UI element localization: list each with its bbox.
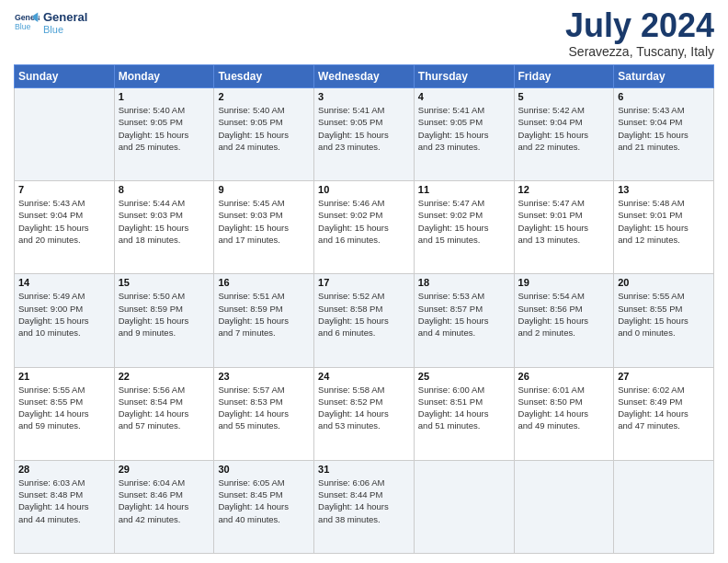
calendar-header-row: SundayMondayTuesdayWednesdayThursdayFrid… <box>15 65 714 88</box>
calendar-cell: 7Sunrise: 5:43 AM Sunset: 9:04 PM Daylig… <box>15 181 115 274</box>
day-number: 6 <box>618 91 710 102</box>
logo: General Blue General Blue <box>14 9 87 35</box>
day-number: 27 <box>618 371 710 382</box>
day-number: 14 <box>18 277 110 288</box>
calendar-cell: 29Sunrise: 6:04 AM Sunset: 8:46 PM Dayli… <box>114 460 214 553</box>
day-number: 22 <box>119 371 210 382</box>
calendar-cell: 8Sunrise: 5:44 AM Sunset: 9:03 PM Daylig… <box>114 181 214 274</box>
calendar-cell: 15Sunrise: 5:50 AM Sunset: 8:59 PM Dayli… <box>114 274 214 367</box>
day-number: 24 <box>318 371 410 382</box>
day-info: Sunrise: 5:47 AM Sunset: 9:02 PM Dayligh… <box>418 197 510 246</box>
day-info: Sunrise: 6:00 AM Sunset: 8:51 PM Dayligh… <box>418 384 510 432</box>
day-number: 21 <box>18 371 110 382</box>
calendar-cell: 6Sunrise: 5:43 AM Sunset: 9:04 PM Daylig… <box>614 88 714 181</box>
weekday-header-monday: Monday <box>114 65 214 88</box>
day-info: Sunrise: 5:46 AM Sunset: 9:02 PM Dayligh… <box>318 197 410 246</box>
day-info: Sunrise: 6:04 AM Sunset: 8:46 PM Dayligh… <box>119 477 210 525</box>
day-info: Sunrise: 5:41 AM Sunset: 9:05 PM Dayligh… <box>318 104 410 153</box>
day-info: Sunrise: 5:43 AM Sunset: 9:04 PM Dayligh… <box>18 197 110 246</box>
day-number: 30 <box>218 464 310 475</box>
day-number: 9 <box>218 184 310 195</box>
calendar-cell: 16Sunrise: 5:51 AM Sunset: 8:59 PM Dayli… <box>214 274 314 367</box>
day-number: 20 <box>618 277 710 288</box>
day-info: Sunrise: 5:42 AM Sunset: 9:04 PM Dayligh… <box>518 104 610 153</box>
calendar-cell: 4Sunrise: 5:41 AM Sunset: 9:05 PM Daylig… <box>414 88 514 181</box>
calendar-cell: 26Sunrise: 6:01 AM Sunset: 8:50 PM Dayli… <box>514 367 614 460</box>
calendar-cell: 28Sunrise: 6:03 AM Sunset: 8:48 PM Dayli… <box>15 460 115 553</box>
calendar-cell: 22Sunrise: 5:56 AM Sunset: 8:54 PM Dayli… <box>114 367 214 460</box>
calendar-cell <box>414 460 514 553</box>
day-info: Sunrise: 5:56 AM Sunset: 8:54 PM Dayligh… <box>119 384 210 432</box>
calendar-cell <box>514 460 614 553</box>
day-number: 8 <box>119 184 210 195</box>
calendar-cell: 13Sunrise: 5:48 AM Sunset: 9:01 PM Dayli… <box>614 181 714 274</box>
day-info: Sunrise: 5:51 AM Sunset: 8:59 PM Dayligh… <box>218 290 310 339</box>
day-number: 16 <box>218 277 310 288</box>
svg-text:Blue: Blue <box>15 22 31 31</box>
calendar-table: SundayMondayTuesdayWednesdayThursdayFrid… <box>14 64 714 554</box>
day-info: Sunrise: 6:03 AM Sunset: 8:48 PM Dayligh… <box>18 477 110 525</box>
calendar-cell: 14Sunrise: 5:49 AM Sunset: 9:00 PM Dayli… <box>15 274 115 367</box>
weekday-header-thursday: Thursday <box>414 65 514 88</box>
calendar-cell: 19Sunrise: 5:54 AM Sunset: 8:56 PM Dayli… <box>514 274 614 367</box>
calendar-cell: 31Sunrise: 6:06 AM Sunset: 8:44 PM Dayli… <box>314 460 415 553</box>
day-info: Sunrise: 5:40 AM Sunset: 9:05 PM Dayligh… <box>218 104 310 153</box>
day-number: 17 <box>318 277 410 288</box>
main-title: July 2024 <box>565 9 714 42</box>
calendar-week-row: 14Sunrise: 5:49 AM Sunset: 9:00 PM Dayli… <box>15 274 714 367</box>
day-number: 12 <box>518 184 610 195</box>
day-number: 7 <box>18 184 110 195</box>
day-info: Sunrise: 5:44 AM Sunset: 9:03 PM Dayligh… <box>119 197 210 246</box>
day-number: 1 <box>119 91 210 102</box>
day-number: 11 <box>418 184 510 195</box>
calendar-week-row: 28Sunrise: 6:03 AM Sunset: 8:48 PM Dayli… <box>15 460 714 553</box>
day-info: Sunrise: 6:01 AM Sunset: 8:50 PM Dayligh… <box>518 384 610 432</box>
day-number: 31 <box>318 464 410 475</box>
day-number: 15 <box>119 277 210 288</box>
page: General Blue General Blue July 2024 Sera… <box>0 0 728 563</box>
logo-blue: Blue <box>43 24 87 35</box>
day-info: Sunrise: 5:49 AM Sunset: 9:00 PM Dayligh… <box>18 290 110 339</box>
calendar-cell: 25Sunrise: 6:00 AM Sunset: 8:51 PM Dayli… <box>414 367 514 460</box>
day-info: Sunrise: 5:47 AM Sunset: 9:01 PM Dayligh… <box>518 197 610 246</box>
title-block: July 2024 Seravezza, Tuscany, Italy <box>565 9 714 59</box>
day-info: Sunrise: 5:43 AM Sunset: 9:04 PM Dayligh… <box>618 104 710 153</box>
day-info: Sunrise: 5:55 AM Sunset: 8:55 PM Dayligh… <box>18 384 110 432</box>
day-info: Sunrise: 5:55 AM Sunset: 8:55 PM Dayligh… <box>618 290 710 339</box>
day-info: Sunrise: 5:50 AM Sunset: 8:59 PM Dayligh… <box>119 290 210 339</box>
calendar-cell: 3Sunrise: 5:41 AM Sunset: 9:05 PM Daylig… <box>314 88 415 181</box>
calendar-week-row: 21Sunrise: 5:55 AM Sunset: 8:55 PM Dayli… <box>15 367 714 460</box>
calendar-week-row: 7Sunrise: 5:43 AM Sunset: 9:04 PM Daylig… <box>15 181 714 274</box>
weekday-header-friday: Friday <box>514 65 614 88</box>
day-info: Sunrise: 6:02 AM Sunset: 8:49 PM Dayligh… <box>618 384 710 432</box>
day-info: Sunrise: 5:48 AM Sunset: 9:01 PM Dayligh… <box>618 197 710 246</box>
calendar-cell: 18Sunrise: 5:53 AM Sunset: 8:57 PM Dayli… <box>414 274 514 367</box>
weekday-header-sunday: Sunday <box>15 65 115 88</box>
day-info: Sunrise: 6:06 AM Sunset: 8:44 PM Dayligh… <box>318 477 410 525</box>
calendar-cell: 24Sunrise: 5:58 AM Sunset: 8:52 PM Dayli… <box>314 367 415 460</box>
weekday-header-wednesday: Wednesday <box>314 65 415 88</box>
calendar-cell: 1Sunrise: 5:40 AM Sunset: 9:05 PM Daylig… <box>114 88 214 181</box>
calendar-cell: 21Sunrise: 5:55 AM Sunset: 8:55 PM Dayli… <box>15 367 115 460</box>
day-info: Sunrise: 5:58 AM Sunset: 8:52 PM Dayligh… <box>318 384 410 432</box>
calendar-cell <box>15 88 115 181</box>
day-number: 25 <box>418 371 510 382</box>
calendar-cell: 27Sunrise: 6:02 AM Sunset: 8:49 PM Dayli… <box>614 367 714 460</box>
day-info: Sunrise: 6:05 AM Sunset: 8:45 PM Dayligh… <box>218 477 310 525</box>
day-info: Sunrise: 5:41 AM Sunset: 9:05 PM Dayligh… <box>418 104 510 153</box>
calendar-cell: 2Sunrise: 5:40 AM Sunset: 9:05 PM Daylig… <box>214 88 314 181</box>
day-number: 4 <box>418 91 510 102</box>
day-info: Sunrise: 5:52 AM Sunset: 8:58 PM Dayligh… <box>318 290 410 339</box>
day-info: Sunrise: 5:54 AM Sunset: 8:56 PM Dayligh… <box>518 290 610 339</box>
day-number: 5 <box>518 91 610 102</box>
calendar-cell: 11Sunrise: 5:47 AM Sunset: 9:02 PM Dayli… <box>414 181 514 274</box>
calendar-cell <box>614 460 714 553</box>
day-number: 18 <box>418 277 510 288</box>
calendar-cell: 17Sunrise: 5:52 AM Sunset: 8:58 PM Dayli… <box>314 274 415 367</box>
calendar-cell: 23Sunrise: 5:57 AM Sunset: 8:53 PM Dayli… <box>214 367 314 460</box>
subtitle: Seravezza, Tuscany, Italy <box>565 44 714 59</box>
day-info: Sunrise: 5:57 AM Sunset: 8:53 PM Dayligh… <box>218 384 310 432</box>
day-number: 23 <box>218 371 310 382</box>
day-number: 10 <box>318 184 410 195</box>
day-number: 26 <box>518 371 610 382</box>
